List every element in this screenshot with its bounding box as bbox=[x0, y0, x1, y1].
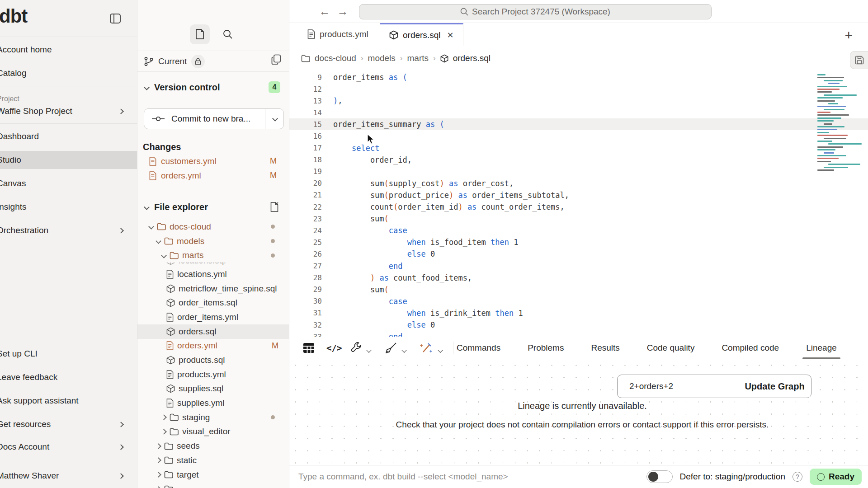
code-line-30: 30 case bbox=[289, 296, 868, 307]
code-line-27: 27 end bbox=[289, 260, 868, 272]
minimap[interactable] bbox=[817, 74, 858, 178]
commit-dropdown-chevron[interactable] bbox=[272, 116, 278, 122]
update-graph-button[interactable]: Update Graph bbox=[738, 375, 811, 398]
commit-button[interactable]: Commit to new bra... bbox=[144, 108, 284, 129]
divider bbox=[137, 195, 289, 195]
sidebar-item-orchestration[interactable]: Orchestration bbox=[0, 221, 137, 239]
divider bbox=[0, 37, 137, 37]
copy-branch-icon[interactable] bbox=[271, 54, 281, 65]
changed-file-orders-yml[interactable]: orders.ymlM bbox=[137, 169, 289, 183]
tree-item-order-items-yml[interactable]: order_items.yml bbox=[137, 310, 289, 324]
tree-item-marts[interactable]: marts bbox=[137, 248, 289, 263]
results-table-icon[interactable] bbox=[303, 341, 315, 355]
tree-item-locations-yml[interactable]: locations.yml bbox=[137, 267, 289, 282]
tab-products-yml[interactable]: products.yml bbox=[298, 23, 377, 45]
tree-item-docs-cloud[interactable]: docs-cloud bbox=[137, 220, 289, 234]
line-number: 23 bbox=[289, 215, 322, 223]
version-control-header[interactable]: Version control 4 bbox=[137, 80, 289, 95]
tree-item-label: supplies.yml bbox=[177, 398, 225, 408]
tree-item-products-yml[interactable]: products.yml bbox=[137, 367, 289, 382]
bottom-tab-problems[interactable]: Problems bbox=[528, 337, 564, 359]
tree-item-label: orders.sql bbox=[179, 327, 216, 337]
changed-file-customers-yml[interactable]: customers.ymlM bbox=[137, 154, 289, 168]
sidebar-item-catalog[interactable]: Catalog bbox=[0, 64, 137, 82]
lineage-selector-input[interactable]: 2+orders+2 bbox=[618, 375, 738, 398]
tree-item-label: models bbox=[177, 236, 204, 246]
ai-dropdown-chevron[interactable] bbox=[439, 346, 442, 354]
format-dropdown-chevron[interactable] bbox=[402, 346, 406, 354]
bottom-tab-code-quality[interactable]: Code quality bbox=[647, 337, 695, 359]
tree-item-orders-yml[interactable]: orders.ymlM bbox=[137, 339, 289, 353]
sidebar-item-account-home[interactable]: Account home bbox=[0, 41, 137, 59]
tree-item-visual-editor[interactable]: visual_editor bbox=[137, 425, 289, 439]
close-tab-icon[interactable]: ✕ bbox=[447, 30, 453, 40]
sidebar-item-dashboard[interactable]: Dashboard bbox=[0, 127, 137, 145]
files-view-button[interactable] bbox=[190, 24, 210, 44]
tree-item-supplies-yml[interactable]: supplies.yml bbox=[137, 396, 289, 410]
help-icon[interactable]: ? bbox=[793, 472, 802, 482]
sidebar-item-docs-account[interactable]: Docs Account bbox=[0, 438, 137, 456]
sidebar-item-leave-feedback[interactable]: Leave feedback bbox=[0, 368, 137, 386]
branch-current-row[interactable]: Current bbox=[137, 52, 289, 70]
ai-fix-icon[interactable] bbox=[420, 341, 432, 355]
format-broom-icon[interactable] bbox=[385, 341, 397, 355]
sidebar-item-set-up-cli[interactable]: Set up CLI bbox=[0, 345, 137, 363]
code-line-9: 9order_items as ( bbox=[289, 71, 868, 83]
forward-arrow[interactable]: → bbox=[335, 4, 351, 19]
model-cube-icon bbox=[166, 263, 175, 265]
new-file-icon[interactable] bbox=[270, 202, 278, 212]
line-number: 30 bbox=[289, 297, 322, 305]
code-line-26: 26 else 0 bbox=[289, 248, 868, 260]
defer-toggle[interactable] bbox=[646, 470, 673, 483]
new-tab-icon[interactable]: + bbox=[844, 28, 853, 43]
tree-item-supplies-sql[interactable]: supplies.sql bbox=[137, 382, 289, 396]
code-line-21: 21 sum(product_price) as order_items_sub… bbox=[289, 189, 868, 201]
breadcrumb-segment[interactable]: docs-cloud bbox=[315, 53, 356, 63]
sidebar-item-studio[interactable]: Studio bbox=[0, 151, 137, 169]
sidebar-item-insights[interactable]: Insights bbox=[0, 198, 137, 216]
sidebar-collapse-icon[interactable] bbox=[110, 14, 121, 23]
bottom-tab-lineage[interactable]: Lineage bbox=[806, 337, 837, 359]
bottom-tab-results[interactable]: Results bbox=[591, 337, 619, 359]
tree-item-static[interactable]: static bbox=[137, 453, 289, 468]
tree-item-clipped[interactable] bbox=[137, 482, 289, 488]
back-arrow[interactable]: ← bbox=[316, 4, 333, 19]
code-view-icon[interactable]: </> bbox=[326, 341, 342, 355]
tree-item-metricflow-time-spine-sql[interactable]: metricflow_time_spine.sql bbox=[137, 282, 289, 296]
code-line-22: 22 count(order_item_id) as count_order_i… bbox=[289, 201, 868, 213]
tree-item-orders-sql[interactable]: orders.sql bbox=[137, 324, 289, 339]
sidebar-item-get-resources[interactable]: Get resources bbox=[0, 415, 137, 433]
code-line-18: 18 order_id, bbox=[289, 154, 868, 166]
lineage-error-detail: Check that your project does not contain… bbox=[289, 420, 868, 430]
tree-item-item[interactable] bbox=[137, 482, 289, 488]
bottom-tab-commands[interactable]: Commands bbox=[457, 337, 500, 359]
sidebar-item-ask-support-assistant[interactable]: Ask support assistant bbox=[0, 392, 137, 410]
tree-item-clipped[interactable]: locations.sql bbox=[137, 263, 289, 267]
command-input[interactable]: Type a command, ex. dbt build --select <… bbox=[298, 472, 508, 482]
tree-item-target[interactable]: target bbox=[137, 468, 289, 482]
code-editor[interactable]: 9order_items as (1213),1415order_items_s… bbox=[289, 71, 868, 337]
line-number: 26 bbox=[289, 250, 322, 258]
tree-item-models[interactable]: models bbox=[137, 234, 289, 249]
search-view-button[interactable] bbox=[218, 24, 238, 44]
tree-item-label: visual_editor bbox=[182, 427, 231, 436]
tree-item-seeds[interactable]: seeds bbox=[137, 439, 289, 453]
breadcrumb-segment[interactable]: marts bbox=[407, 53, 429, 63]
build-wrench-icon[interactable] bbox=[350, 341, 362, 355]
model-cube-icon bbox=[166, 384, 175, 393]
tab-orders-sql[interactable]: orders.sql ✕ bbox=[380, 23, 463, 46]
bottom-tab-compiled-code[interactable]: Compiled code bbox=[722, 337, 779, 359]
tree-item-order-items-sql[interactable]: order_items.sql bbox=[137, 296, 289, 310]
save-icon bbox=[855, 56, 864, 65]
breadcrumb-segment[interactable]: models bbox=[368, 53, 396, 63]
file-explorer-header[interactable]: File explorer bbox=[137, 199, 289, 215]
project-search-input[interactable]: Search Project 372475 (Workspace) bbox=[359, 4, 712, 19]
sidebar-item-matthew-shaver[interactable]: Matthew Shaver bbox=[0, 467, 137, 485]
tree-item-products-sql[interactable]: products.sql bbox=[137, 353, 289, 367]
tree-item-locations-sql[interactable]: locations.sql bbox=[137, 263, 289, 267]
build-dropdown-chevron[interactable] bbox=[367, 346, 371, 354]
tree-item-staging[interactable]: staging bbox=[137, 410, 289, 425]
save-button[interactable] bbox=[850, 51, 868, 69]
sidebar-item-project[interactable]: Waffle Shop Project bbox=[0, 102, 137, 120]
sidebar-item-canvas[interactable]: Canvas bbox=[0, 174, 137, 192]
